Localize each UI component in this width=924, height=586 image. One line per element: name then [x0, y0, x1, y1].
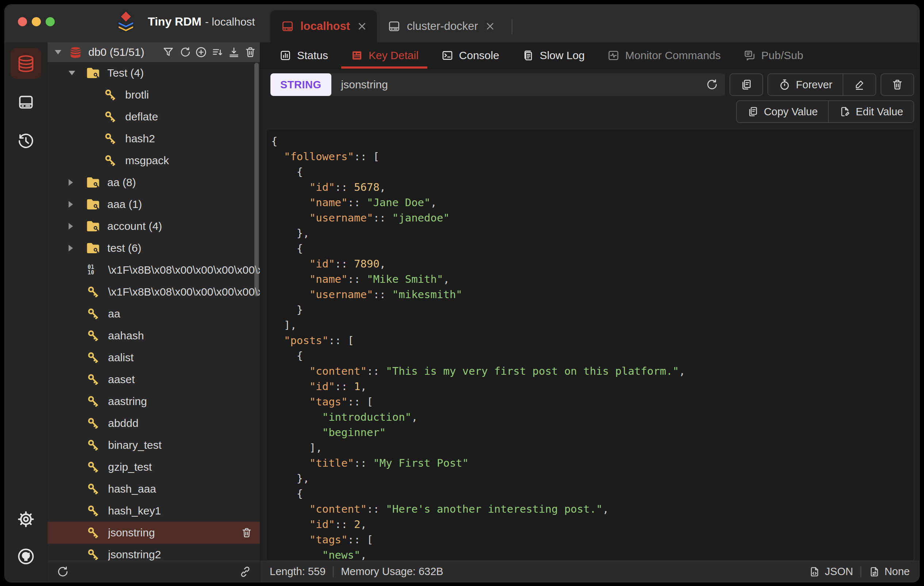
tree-row[interactable]: hash_aaa [48, 478, 260, 500]
subtab-label: Key Detail [369, 49, 419, 62]
rail-item-github[interactable] [11, 541, 41, 572]
tree-row[interactable]: account (4) [48, 215, 260, 237]
key-name-value[interactable]: jsonstring [332, 78, 705, 91]
database-icon [16, 54, 35, 73]
tree-row[interactable]: 0110\x1F\x8B\x08\x00\x00\x00\x00\x00... [48, 259, 260, 281]
subtab-pubsub[interactable]: Pub/Sub [743, 42, 803, 69]
checkpoint-link-icon[interactable] [239, 565, 252, 578]
tree-row[interactable]: jsonstring [48, 522, 260, 544]
tree-row[interactable]: aastring [48, 390, 260, 412]
tree-row-label: aa (8) [107, 176, 260, 189]
binary-icon: 0110 [87, 264, 100, 276]
key-icon [87, 307, 100, 320]
decode-select[interactable]: None [868, 566, 910, 578]
status-bar: Length: 559 Memory Usage: 632B JSON [260, 561, 919, 582]
tree-row[interactable]: jsonstring2 [48, 544, 260, 561]
rename-key-button[interactable] [843, 74, 876, 95]
zoom-window-button[interactable] [46, 17, 55, 26]
subtab-monitor-commands[interactable]: Monitor Commands [607, 42, 721, 69]
tree-row-label: aaa (1) [107, 198, 260, 211]
tree-row[interactable]: aalist [48, 347, 260, 368]
rail-item-history[interactable] [11, 125, 41, 156]
gear-icon [17, 510, 35, 528]
add-key-icon[interactable] [195, 46, 208, 59]
left-rail [5, 42, 48, 582]
key-detail-icon [351, 49, 363, 62]
key-type-badge: STRING [271, 73, 332, 96]
close-tab-icon[interactable] [357, 21, 367, 31]
minimize-window-button[interactable] [32, 17, 41, 26]
tree-row[interactable]: deflate [48, 106, 260, 128]
tree-row-label: aahash [108, 330, 260, 342]
subtab-label: Slow Log [540, 49, 585, 62]
tree-row[interactable]: Test (4) [48, 62, 260, 84]
value-viewer[interactable]: { "followers":: [ { "id":: 5678, "name":… [266, 129, 914, 561]
tab-localhost[interactable]: localhost [271, 10, 377, 42]
tree-row[interactable]: aa (8) [48, 172, 260, 193]
tree-row[interactable]: abddd [48, 412, 260, 434]
ttl-button[interactable]: Forever [768, 74, 843, 95]
delete-key-button[interactable] [881, 73, 914, 96]
caret-right-icon[interactable] [69, 223, 76, 229]
caret-right-icon[interactable] [69, 201, 76, 208]
delete-key-icon[interactable] [241, 527, 252, 538]
tree-row[interactable]: aaset [48, 368, 260, 390]
key-name-field[interactable]: STRING jsonstring [271, 73, 725, 96]
delete-icon[interactable] [244, 46, 257, 59]
tree-row[interactable]: hash_key1 [48, 500, 260, 522]
tree-row-label: binary_test [108, 439, 260, 451]
refresh-icon[interactable] [178, 46, 191, 59]
tree-row[interactable]: msgpack [48, 150, 260, 172]
edit-value-label: Edit Value [856, 106, 903, 118]
tree-row[interactable]: brotli [48, 84, 260, 106]
db-header-row[interactable]: db0 (51/51) [48, 42, 260, 62]
tree-row-label: jsonstring2 [108, 548, 260, 561]
rail-item-server[interactable] [11, 87, 41, 117]
subtab-key-detail[interactable]: Key Detail [351, 42, 419, 69]
close-tab-icon[interactable] [485, 21, 495, 31]
caret-down-icon[interactable] [55, 50, 62, 54]
tab-cluster-docker[interactable]: cluster-docker [377, 10, 505, 42]
tree-row[interactable]: aahash [48, 325, 260, 347]
key-header-row: STRING jsonstring [271, 73, 914, 96]
value-actions: Copy Value Edit Value [271, 100, 914, 123]
subtab-console[interactable]: Console [441, 42, 499, 69]
tree-row[interactable]: aa [48, 303, 260, 325]
tree-row[interactable]: hash2 [48, 128, 260, 150]
tree-scrollbar[interactable] [254, 63, 259, 296]
key-icon [87, 417, 100, 430]
status-icon [279, 49, 292, 62]
caret-right-icon[interactable] [69, 245, 76, 251]
folder-key-icon [86, 196, 101, 212]
tree-row-label: aastring [108, 395, 260, 408]
caret-down-icon[interactable] [69, 71, 76, 75]
tree-row[interactable]: aaa (1) [48, 193, 260, 215]
close-window-button[interactable] [18, 17, 27, 26]
edit-value-button[interactable]: Edit Value [829, 101, 913, 122]
file-decode-icon [868, 566, 880, 578]
import-icon[interactable] [227, 46, 241, 59]
titlebar-left: Tiny RDM- localhost [5, 5, 271, 38]
sort-icon[interactable] [211, 46, 224, 59]
copy-value-button[interactable]: Copy Value [737, 101, 828, 122]
rail-item-database[interactable] [11, 48, 41, 79]
filter-icon[interactable] [162, 46, 175, 59]
key-icon [87, 373, 100, 386]
tree-refresh-icon[interactable] [56, 565, 69, 578]
tree-footer [48, 561, 260, 582]
tree-row[interactable]: test (6) [48, 237, 260, 259]
view-format-select[interactable]: JSON [808, 566, 853, 578]
reload-key-icon[interactable] [705, 78, 718, 91]
caret-right-icon[interactable] [69, 179, 76, 186]
connection-name: - localhost [205, 16, 255, 28]
tree-row[interactable]: \x1F\x8B\x08\x00\x00\x00\x00\x00... [48, 281, 260, 303]
tab-label: localhost [300, 20, 350, 33]
copy-key-name-button[interactable] [729, 73, 763, 96]
connection-tabs: localhost cluster-docker [271, 5, 919, 42]
subtab-slow-log[interactable]: Slow Log [522, 42, 585, 69]
tree-row[interactable]: binary_test [48, 434, 260, 456]
rail-item-settings[interactable] [11, 504, 41, 535]
subtab-status[interactable]: Status [279, 42, 328, 69]
tree-row[interactable]: gzip_test [48, 456, 260, 478]
github-icon [16, 547, 35, 566]
